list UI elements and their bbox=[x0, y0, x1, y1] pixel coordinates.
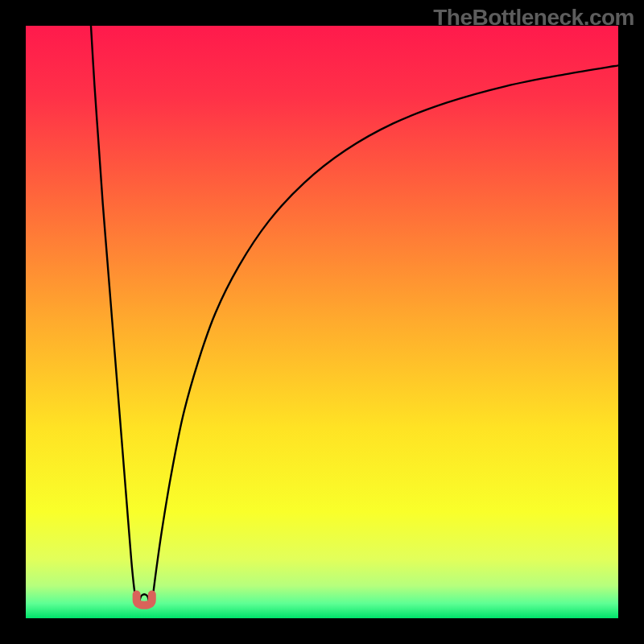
chart-frame: TheBottleneck.com bbox=[0, 0, 644, 644]
watermark-text: TheBottleneck.com bbox=[433, 5, 634, 31]
gradient-background bbox=[26, 26, 618, 618]
plot-area bbox=[26, 26, 618, 618]
chart-svg bbox=[26, 26, 618, 618]
